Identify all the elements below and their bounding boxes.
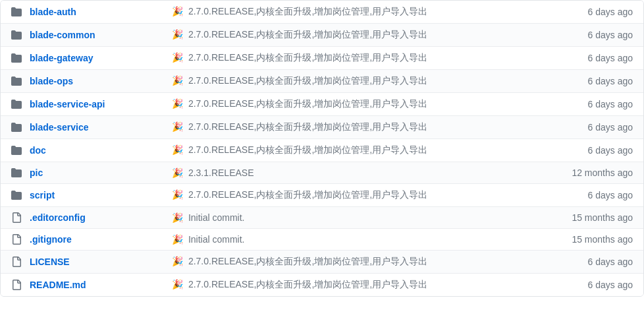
- file-list: blade-auth 🎉 2.7.0.RELEASE,内核全面升级,增加岗位管理…: [0, 0, 644, 297]
- commit-text: 2.7.0.RELEASE,内核全面升级,增加岗位管理,用户导入导出: [188, 121, 427, 132]
- table-row: blade-common 🎉 2.7.0.RELEASE,内核全面升级,增加岗位…: [1, 24, 643, 47]
- table-row: pic 🎉 2.3.1.RELEASE 12 months ago: [1, 162, 643, 184]
- time-ago: 15 months ago: [554, 212, 633, 223]
- file-name[interactable]: pic: [30, 167, 161, 178]
- time-ago: 12 months ago: [554, 167, 633, 178]
- table-row: README.md 🎉 2.7.0.RELEASE,内核全面升级,增加岗位管理,…: [1, 274, 643, 296]
- file-doc-icon: [11, 234, 24, 245]
- folder-icon: [11, 167, 24, 178]
- time-ago: 6 days ago: [554, 190, 633, 200]
- folder-icon: [11, 30, 24, 40]
- time-ago: 6 days ago: [554, 257, 633, 267]
- time-ago: 6 days ago: [554, 30, 633, 40]
- commit-text: 2.7.0.RELEASE,内核全面升级,增加岗位管理,用户导入导出: [188, 279, 427, 289]
- file-name[interactable]: blade-common: [30, 30, 161, 40]
- commit-message: 🎉 2.7.0.RELEASE,内核全面升级,增加岗位管理,用户导入导出: [161, 29, 554, 41]
- commit-emoji: 🎉: [172, 29, 183, 40]
- commit-emoji: 🎉: [172, 279, 183, 289]
- commit-text: 2.7.0.RELEASE,内核全面升级,增加岗位管理,用户导入导出: [188, 75, 427, 86]
- commit-text: 2.7.0.RELEASE,内核全面升级,增加岗位管理,用户导入导出: [188, 144, 427, 155]
- commit-message: 🎉 2.7.0.RELEASE,内核全面升级,增加岗位管理,用户导入导出: [161, 121, 554, 133]
- commit-text: 2.7.0.RELEASE,内核全面升级,增加岗位管理,用户导入导出: [188, 6, 427, 16]
- commit-message: 🎉 2.7.0.RELEASE,内核全面升级,增加岗位管理,用户导入导出: [161, 75, 554, 87]
- table-row: doc 🎉 2.7.0.RELEASE,内核全面升级,增加岗位管理,用户导入导出…: [1, 139, 643, 162]
- commit-text: 2.7.0.RELEASE,内核全面升级,增加岗位管理,用户导入导出: [188, 256, 427, 266]
- commit-message: 🎉 2.7.0.RELEASE,内核全面升级,增加岗位管理,用户导入导出: [161, 279, 554, 291]
- table-row: script 🎉 2.7.0.RELEASE,内核全面升级,增加岗位管理,用户导…: [1, 184, 643, 207]
- table-row: blade-service-api 🎉 2.7.0.RELEASE,内核全面升级…: [1, 93, 643, 116]
- time-ago: 15 months ago: [554, 234, 633, 245]
- commit-emoji: 🎉: [172, 189, 183, 200]
- time-ago: 6 days ago: [554, 99, 633, 109]
- file-name[interactable]: blade-gateway: [30, 53, 161, 63]
- table-row: blade-auth 🎉 2.7.0.RELEASE,内核全面升级,增加岗位管理…: [1, 1, 643, 24]
- file-name[interactable]: README.md: [30, 280, 161, 290]
- time-ago: 6 days ago: [554, 7, 633, 17]
- commit-message: 🎉 2.7.0.RELEASE,内核全面升级,增加岗位管理,用户导入导出: [161, 256, 554, 268]
- table-row: blade-ops 🎉 2.7.0.RELEASE,内核全面升级,增加岗位管理,…: [1, 70, 643, 93]
- file-name[interactable]: blade-auth: [30, 7, 161, 17]
- commit-emoji: 🎉: [172, 98, 183, 109]
- commit-emoji: 🎉: [172, 212, 183, 223]
- commit-text: 2.3.1.RELEASE: [188, 167, 254, 178]
- commit-message: 🎉 2.7.0.RELEASE,内核全面升级,增加岗位管理,用户导入导出: [161, 98, 554, 110]
- commit-text: 2.7.0.RELEASE,内核全面升级,增加岗位管理,用户导入导出: [188, 189, 427, 200]
- file-name[interactable]: blade-ops: [30, 76, 161, 86]
- commit-text: Initial commit.: [188, 212, 245, 223]
- commit-text: 2.7.0.RELEASE,内核全面升级,增加岗位管理,用户导入导出: [188, 98, 427, 109]
- time-ago: 6 days ago: [554, 122, 633, 133]
- folder-icon: [11, 7, 24, 17]
- table-row: blade-gateway 🎉 2.7.0.RELEASE,内核全面升级,增加岗…: [1, 47, 643, 70]
- commit-message: 🎉 2.7.0.RELEASE,内核全面升级,增加岗位管理,用户导入导出: [161, 52, 554, 64]
- folder-icon: [11, 190, 24, 200]
- folder-icon: [11, 122, 24, 133]
- commit-emoji: 🎉: [172, 75, 183, 86]
- file-name[interactable]: blade-service-api: [30, 99, 161, 109]
- commit-emoji: 🎉: [172, 167, 183, 178]
- file-name[interactable]: script: [30, 190, 161, 200]
- commit-message: 🎉 2.7.0.RELEASE,内核全面升级,增加岗位管理,用户导入导出: [161, 144, 554, 156]
- commit-message: 🎉 2.7.0.RELEASE,内核全面升级,增加岗位管理,用户导入导出: [161, 6, 554, 18]
- file-name[interactable]: doc: [30, 145, 161, 156]
- time-ago: 6 days ago: [554, 280, 633, 290]
- commit-message: 🎉 Initial commit.: [161, 212, 554, 223]
- commit-emoji: 🎉: [172, 121, 183, 132]
- file-name[interactable]: .gitignore: [30, 234, 161, 245]
- commit-emoji: 🎉: [172, 234, 183, 245]
- table-row: .editorconfig 🎉 Initial commit. 15 month…: [1, 207, 643, 229]
- time-ago: 6 days ago: [554, 145, 633, 156]
- folder-icon: [11, 53, 24, 63]
- commit-text: Initial commit.: [188, 234, 245, 245]
- commit-text: 2.7.0.RELEASE,内核全面升级,增加岗位管理,用户导入导出: [188, 29, 427, 40]
- commit-message: 🎉 2.7.0.RELEASE,内核全面升级,增加岗位管理,用户导入导出: [161, 189, 554, 201]
- file-name[interactable]: LICENSE: [30, 257, 161, 267]
- commit-text: 2.7.0.RELEASE,内核全面升级,增加岗位管理,用户导入导出: [188, 52, 427, 63]
- folder-icon: [11, 76, 24, 86]
- table-row: .gitignore 🎉 Initial commit. 15 months a…: [1, 229, 643, 251]
- commit-emoji: 🎉: [172, 52, 183, 63]
- commit-message: 🎉 Initial commit.: [161, 234, 554, 245]
- file-doc-icon: [11, 280, 24, 290]
- commit-emoji: 🎉: [172, 6, 183, 16]
- commit-emoji: 🎉: [172, 256, 183, 266]
- commit-message: 🎉 2.3.1.RELEASE: [161, 167, 554, 178]
- commit-emoji: 🎉: [172, 144, 183, 155]
- table-row: LICENSE 🎉 2.7.0.RELEASE,内核全面升级,增加岗位管理,用户…: [1, 251, 643, 274]
- time-ago: 6 days ago: [554, 53, 633, 63]
- file-name[interactable]: .editorconfig: [30, 212, 161, 223]
- folder-icon: [11, 99, 24, 109]
- file-name[interactable]: blade-service: [30, 122, 161, 133]
- table-row: blade-service 🎉 2.7.0.RELEASE,内核全面升级,增加岗…: [1, 116, 643, 139]
- time-ago: 6 days ago: [554, 76, 633, 86]
- file-doc-icon: [11, 257, 24, 267]
- file-doc-icon: [11, 212, 24, 223]
- folder-icon: [11, 145, 24, 156]
